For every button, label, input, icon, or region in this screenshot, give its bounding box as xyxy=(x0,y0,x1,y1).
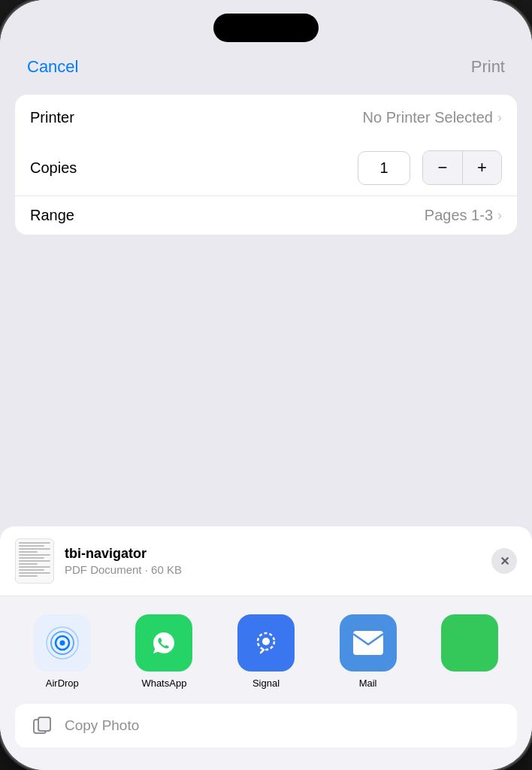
printer-chevron-icon: › xyxy=(497,110,502,126)
copies-label: Copies xyxy=(30,159,77,177)
apps-row: AirDrop WhatsApp xyxy=(0,596,532,698)
printer-row[interactable]: Printer No Printer Selected › xyxy=(15,95,517,140)
share-header: tbi-navigator PDF Document · 60 KB ✕ xyxy=(0,526,532,596)
options-card: Printer No Printer Selected › Copies 1 −… xyxy=(15,95,517,235)
stepper-buttons: − + xyxy=(422,150,502,185)
mail-app-item[interactable]: Mail xyxy=(321,614,416,689)
svg-point-3 xyxy=(59,641,65,646)
close-button[interactable]: ✕ xyxy=(491,548,517,574)
signal-icon xyxy=(237,614,295,671)
copy-photo-label: Copy Photo xyxy=(65,717,139,734)
cancel-button[interactable]: Cancel xyxy=(27,57,78,77)
svg-point-7 xyxy=(262,638,270,645)
document-info: tbi-navigator PDF Document · 60 KB xyxy=(65,546,491,576)
svg-rect-12 xyxy=(38,717,50,731)
range-value: Pages 1-3 › xyxy=(425,207,502,224)
bottom-sheet: tbi-navigator PDF Document · 60 KB ✕ xyxy=(0,526,532,770)
printer-value: No Printer Selected › xyxy=(363,109,502,126)
signal-app-item[interactable]: Signal xyxy=(219,614,313,689)
dynamic-island xyxy=(213,14,319,42)
copies-value: 1 xyxy=(358,151,410,185)
printer-label: Printer xyxy=(30,109,74,126)
bottom-actions: Copy Photo xyxy=(15,704,517,747)
mail-label: Mail xyxy=(359,678,377,689)
document-thumbnail xyxy=(15,538,54,584)
decrement-button[interactable]: − xyxy=(423,151,462,184)
document-meta: PDF Document · 60 KB xyxy=(65,563,491,576)
range-label: Range xyxy=(30,207,74,224)
messages-app-item[interactable] xyxy=(422,614,517,689)
copies-row: Copies 1 − + xyxy=(15,140,517,196)
copy-photo-icon xyxy=(30,716,54,735)
airdrop-icon xyxy=(34,614,91,671)
airdrop-app-item[interactable]: AirDrop xyxy=(15,614,110,689)
mail-icon xyxy=(340,614,397,671)
airdrop-label: AirDrop xyxy=(46,678,79,689)
increment-button[interactable]: + xyxy=(462,151,501,184)
phone-frame: Cancel Print Printer No Printer Selected… xyxy=(0,0,532,770)
svg-rect-9 xyxy=(353,631,383,655)
copy-photo-row[interactable]: Copy Photo xyxy=(15,704,517,747)
range-row[interactable]: Range Pages 1-3 › xyxy=(15,196,517,235)
whatsapp-label: WhatsApp xyxy=(141,678,186,689)
print-button[interactable]: Print xyxy=(471,57,505,77)
signal-label: Signal xyxy=(252,678,280,689)
whatsapp-app-item[interactable]: WhatsApp xyxy=(117,614,212,689)
whatsapp-icon xyxy=(135,614,192,671)
document-name: tbi-navigator xyxy=(65,546,491,562)
messages-icon xyxy=(441,614,498,671)
screen: Cancel Print Printer No Printer Selected… xyxy=(0,0,532,770)
range-chevron-icon: › xyxy=(497,208,502,223)
